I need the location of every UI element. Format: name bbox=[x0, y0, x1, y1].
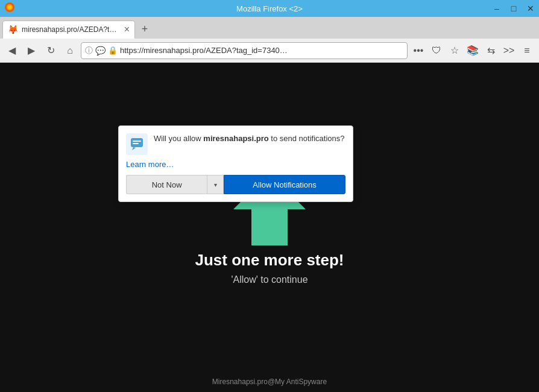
more-tools-button[interactable]: ••• bbox=[410, 42, 427, 59]
popup-message-icon bbox=[126, 133, 148, 155]
learn-more-link[interactable]: Learn more… bbox=[126, 160, 345, 169]
library-button[interactable]: 📚 bbox=[464, 42, 481, 59]
shield-button[interactable]: 🛡 bbox=[428, 42, 445, 59]
tab-close-button[interactable]: × bbox=[124, 25, 130, 34]
main-heading: Just one more step! bbox=[195, 251, 344, 270]
popup-message-text: Will you allow miresnahapsi.pro to send … bbox=[154, 133, 344, 155]
tab-title: miresnahapsi.pro/AZEDA?ta… bbox=[22, 25, 121, 34]
popup-message-start: Will you allow bbox=[154, 134, 203, 143]
svg-marker-4 bbox=[132, 147, 136, 150]
nav-extra-buttons: ••• 🛡 ☆ 📚 ⇆ >> ≡ bbox=[410, 42, 535, 59]
bookmarks-button[interactable]: ☆ bbox=[446, 42, 463, 59]
minimize-button[interactable]: – bbox=[488, 0, 505, 17]
nav-bar: ◀ ▶ ↻ ⌂ ⓘ 💬 🔒 https://miresnahapsi.pro/A… bbox=[0, 39, 539, 63]
tab-bar: 🦊 miresnahapsi.pro/AZEDA?ta… × + bbox=[0, 17, 539, 39]
forward-button[interactable]: ▶ bbox=[23, 42, 40, 59]
info-icon: ⓘ bbox=[85, 45, 93, 56]
tab-favicon-icon: 🦊 bbox=[8, 25, 18, 34]
title-bar-controls: – □ ✕ bbox=[488, 0, 539, 17]
popup-buttons: Not Now ▾ Allow Notifications bbox=[126, 175, 345, 194]
firefox-logo-area bbox=[4, 1, 16, 16]
chat-bubble-icon bbox=[130, 138, 143, 151]
back-button[interactable]: ◀ bbox=[4, 42, 20, 59]
new-tab-button[interactable]: + bbox=[136, 21, 153, 37]
svg-rect-6 bbox=[133, 143, 139, 144]
sub-heading: 'Allow' to continue bbox=[231, 274, 307, 285]
svg-rect-5 bbox=[133, 141, 141, 142]
address-icons: ⓘ 💬 🔒 bbox=[85, 45, 118, 56]
footer-text: Miresnahapsi.pro@My AntiSpyware bbox=[212, 378, 327, 386]
overflow-button[interactable]: >> bbox=[500, 42, 517, 59]
not-now-dropdown-button[interactable]: ▾ bbox=[207, 175, 224, 194]
popup-site-name: miresnahapsi.pro bbox=[203, 134, 268, 143]
close-button[interactable]: ✕ bbox=[522, 0, 539, 17]
browser-content: Will you allow miresnahapsi.pro to send … bbox=[0, 63, 539, 392]
reader-icon: 💬 bbox=[95, 46, 106, 55]
not-now-button[interactable]: Not Now bbox=[126, 175, 207, 194]
title-bar: Mozilla Firefox <2> – □ ✕ bbox=[0, 0, 539, 17]
home-button[interactable]: ⌂ bbox=[61, 42, 78, 59]
url-text: https://miresnahapsi.pro/AZEDA?tag_id=73… bbox=[120, 46, 403, 55]
svg-rect-3 bbox=[131, 138, 143, 147]
allow-notifications-button[interactable]: Allow Notifications bbox=[224, 175, 345, 194]
notification-popup: Will you allow miresnahapsi.pro to send … bbox=[118, 125, 353, 202]
lock-icon: 🔒 bbox=[108, 46, 118, 55]
synced-tabs-button[interactable]: ⇆ bbox=[482, 42, 499, 59]
address-bar[interactable]: ⓘ 💬 🔒 https://miresnahapsi.pro/AZEDA?tag… bbox=[81, 42, 408, 59]
popup-message-end: to send notifications? bbox=[269, 134, 345, 143]
menu-button[interactable]: ≡ bbox=[519, 42, 535, 59]
reload-button[interactable]: ↻ bbox=[42, 42, 59, 59]
firefox-logo-icon bbox=[4, 1, 16, 13]
active-tab[interactable]: 🦊 miresnahapsi.pro/AZEDA?ta… × bbox=[2, 21, 135, 39]
popup-header: Will you allow miresnahapsi.pro to send … bbox=[126, 133, 345, 155]
title-bar-text: Mozilla Firefox <2> bbox=[236, 4, 303, 13]
svg-point-2 bbox=[8, 5, 11, 9]
maximize-button[interactable]: □ bbox=[505, 0, 522, 17]
